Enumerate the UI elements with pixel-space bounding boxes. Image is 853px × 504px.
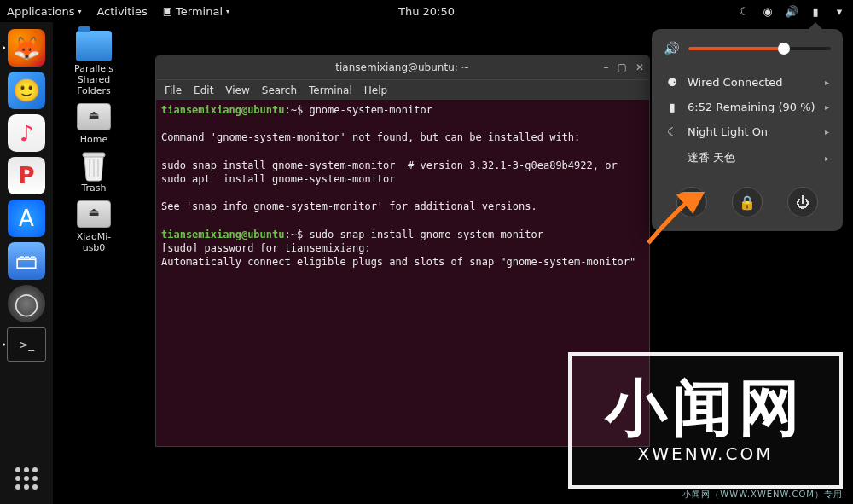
terminal-cmd: sudo snap install gnome-system-monitor — [303, 229, 543, 240]
terminal-appmenu-label: Terminal — [176, 5, 223, 18]
menu-edit[interactable]: Edit — [194, 84, 213, 96]
prompt-path: :~$ — [285, 229, 304, 240]
prompt-path: :~$ — [285, 104, 304, 116]
trash-icon — [76, 150, 112, 181]
terminal-icon: ▣ — [163, 5, 172, 17]
battery-label: 6:52 Remaining (90 %) — [688, 101, 815, 113]
dock-app-firefox[interactable]: 🦊 — [8, 29, 45, 67]
desktop-icon-xiaomi-usb0[interactable]: XiaoMi- usb0 — [60, 199, 128, 253]
svg-rect-0 — [83, 153, 105, 157]
system-status-popup: 🔊 ⚈ Wired Connected ▸ ▮ 6:52 Remaining (… — [652, 29, 843, 231]
terminal-window: tiansemixiang@ubuntu: ~ – ▢ ✕ File Edit … — [155, 55, 650, 447]
dock-app-parallels[interactable]: P — [8, 157, 45, 194]
activities-label: Activities — [96, 5, 147, 18]
desktop-icon-label: Parallels Shared Folders — [74, 63, 113, 96]
top-bar: Applications ▾ Activities ▣ Terminal ▾ T… — [0, 0, 853, 22]
accessibility-icon[interactable]: ◉ — [761, 4, 775, 18]
dropdown-icon: ▾ — [78, 8, 81, 15]
terminal-line: Command 'gnome-system-monitor' not found… — [161, 131, 580, 143]
dock: 🦊 🙂 ♪ P A 🗃 ◯ >_ — [0, 22, 53, 504]
wired-network-icon: ⚈ — [665, 76, 679, 89]
terminal-line: sudo snap install gnome-system-monitor #… — [161, 159, 618, 171]
nightlight-label: Night Light On — [688, 125, 768, 138]
speaker-icon: 🔊 — [664, 41, 680, 56]
chevron-right-icon: ▸ — [825, 127, 829, 136]
chevron-right-icon: ▸ — [825, 102, 829, 112]
dock-app-finder[interactable]: 🙂 — [8, 72, 45, 109]
dropdown-icon: ▾ — [226, 8, 229, 15]
desktop-icon-label: Trash — [81, 182, 106, 194]
battery-icon[interactable]: ▮ — [809, 4, 822, 18]
applications-menu[interactable]: Applications ▾ — [7, 5, 81, 18]
watermark-footer: 小闻网（WWW.XWENW.COM）专用 — [682, 489, 843, 501]
night-light-icon[interactable]: ☾ — [737, 4, 751, 18]
lock-button[interactable]: 🔒 — [732, 187, 763, 217]
folder-icon — [76, 31, 112, 61]
menu-file[interactable]: File — [165, 84, 182, 96]
power-icon: ⏻ — [796, 194, 809, 211]
menu-view[interactable]: View — [225, 84, 249, 96]
terminal-line: sudo apt install gnome-system-monitor — [161, 173, 396, 185]
battery-icon: ▮ — [665, 101, 679, 113]
volume-row: 🔊 — [664, 41, 831, 56]
power-button[interactable]: ⏻ — [787, 187, 818, 217]
terminal-menubar: File Edit View Search Terminal Help — [156, 79, 649, 100]
activities-button[interactable]: Activities — [96, 5, 147, 18]
terminal-line: Automatically connect eligible plugs and… — [161, 256, 649, 268]
status-area[interactable]: ☾ ◉ 🔊 ▮ ▾ — [737, 4, 846, 18]
desktop-icon-trash[interactable]: Trash — [60, 150, 128, 194]
volume-slider[interactable] — [688, 47, 831, 50]
desktop-icons: Parallels Shared Folders Home Trash Xiao… — [60, 31, 128, 253]
window-close-button[interactable]: ✕ — [635, 61, 644, 73]
window-maximize-button[interactable]: ▢ — [618, 61, 627, 73]
user-row[interactable]: 迷香 天色 ▸ — [664, 144, 831, 171]
prompt-user: tiansemixiang@ubuntu — [161, 104, 285, 116]
volume-icon[interactable]: 🔊 — [785, 4, 798, 18]
drive-icon — [77, 200, 111, 228]
battery-row[interactable]: ▮ 6:52 Remaining (90 %) ▸ — [664, 95, 831, 119]
drive-icon — [77, 103, 111, 130]
clock[interactable]: Thu 20:50 — [398, 5, 455, 18]
settings-button[interactable] — [676, 187, 707, 217]
show-applications-button[interactable] — [8, 460, 45, 497]
prompt-user: tiansemixiang@ubuntu — [161, 229, 285, 240]
watermark-sub: XWENW.COM — [638, 443, 774, 464]
terminal-title: tiansemixiang@ubuntu: ~ — [335, 61, 469, 73]
dock-app-unknown-circle[interactable]: ◯ — [8, 285, 45, 322]
settings-icon — [684, 194, 699, 210]
terminal-output[interactable]: tiansemixiang@ubuntu:~$ gnome-system-mon… — [156, 100, 649, 446]
lock-icon: 🔒 — [739, 194, 756, 211]
desktop-icon-label: Home — [80, 134, 107, 145]
dock-app-appstore[interactable]: A — [8, 200, 45, 237]
applications-label: Applications — [7, 5, 74, 18]
dropdown-icon[interactable]: ▾ — [833, 4, 846, 18]
network-label: Wired Connected — [688, 76, 783, 89]
dock-app-terminal[interactable]: >_ — [7, 327, 46, 362]
desktop-icon-home[interactable]: Home — [60, 101, 128, 145]
window-minimize-button[interactable]: – — [604, 61, 609, 73]
terminal-line: See 'snap info gnome-system-monitor' for… — [161, 200, 537, 212]
night-light-icon: ☾ — [665, 125, 679, 138]
dock-app-usb-drive[interactable]: 🗃 — [8, 242, 45, 280]
menu-search[interactable]: Search — [262, 84, 297, 96]
desktop-icon-parallels-shared-folders[interactable]: Parallels Shared Folders — [60, 31, 128, 96]
chevron-right-icon: ▸ — [825, 78, 829, 87]
nightlight-row[interactable]: ☾ Night Light On ▸ — [664, 119, 831, 144]
network-row[interactable]: ⚈ Wired Connected ▸ — [664, 70, 831, 95]
user-label: 迷香 天色 — [688, 150, 735, 165]
chevron-right-icon: ▸ — [825, 154, 829, 163]
terminal-line: [sudo] password for tiansemixiang: — [161, 242, 371, 254]
terminal-titlebar[interactable]: tiansemixiang@ubuntu: ~ – ▢ ✕ — [156, 55, 649, 79]
terminal-cmd: gnome-system-monitor — [303, 104, 432, 116]
dock-app-music[interactable]: ♪ — [8, 114, 45, 152]
menu-terminal[interactable]: Terminal — [309, 84, 352, 96]
menu-help[interactable]: Help — [364, 84, 387, 96]
desktop-icon-label: XiaoMi- usb0 — [77, 231, 112, 253]
terminal-appmenu[interactable]: ▣ Terminal ▾ — [163, 5, 229, 18]
